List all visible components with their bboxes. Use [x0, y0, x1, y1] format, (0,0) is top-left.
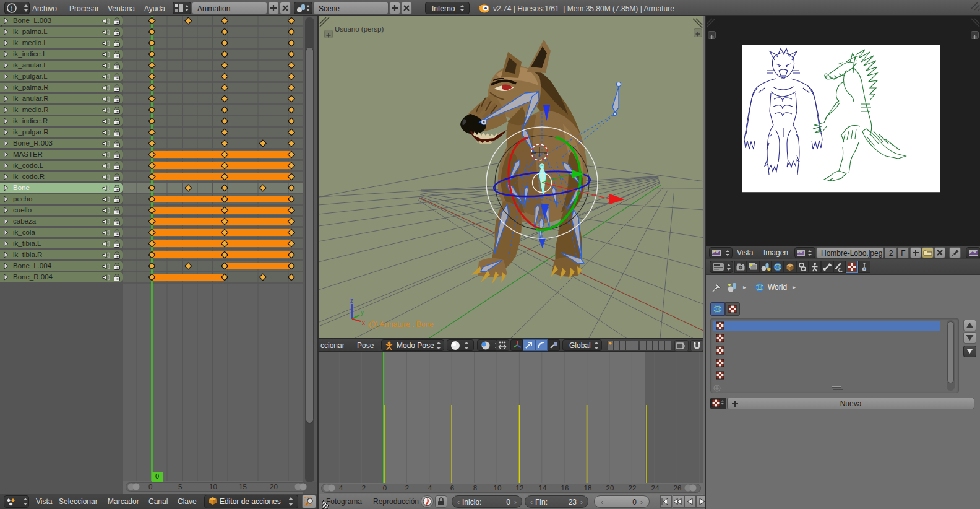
svg-text:x: x	[362, 320, 365, 326]
svg-text:i: i	[11, 5, 13, 12]
svg-text:z: z	[350, 298, 353, 304]
svg-text:y: y	[361, 309, 364, 316]
